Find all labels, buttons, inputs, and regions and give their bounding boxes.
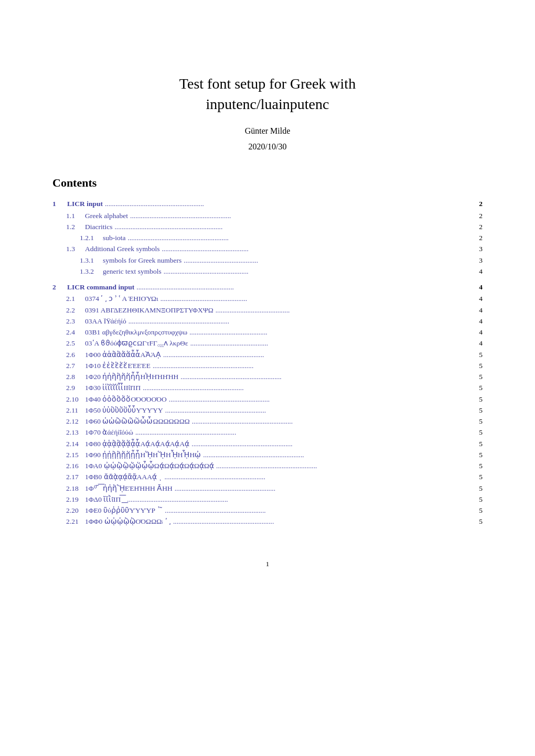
subsubsec1-3-2-label[interactable]: generic text symbols: [103, 266, 162, 277]
subsec1-3-num: 1.3: [66, 244, 85, 254]
title-line1: Test font setup for Greek with: [179, 75, 356, 92]
subsec2-12-num: 2.12: [66, 416, 85, 427]
subsec2-5-label[interactable]: 03ʹΑ ϐϑόύϕϖϱϲΩΓτFΓ꜀꜁꜁ʌ λκρΘε: [85, 338, 188, 349]
subsec2-16-num: 2.16: [66, 461, 85, 471]
subsec1-1-num: 1.1: [66, 211, 85, 221]
subsec1-3-dots: ........................................…: [162, 244, 477, 254]
subsec2-15-num: 2.15: [66, 450, 85, 460]
sec2-dots: ........................................…: [136, 282, 477, 293]
sec1-page: 2: [479, 199, 483, 209]
subsec2-5-dots: ........................................…: [190, 338, 477, 349]
subsec2-14-page: 5: [479, 439, 483, 449]
subsec2-21-dots: ........................................…: [173, 516, 477, 527]
toc-section-2: 2 LICR command input ...................…: [52, 282, 483, 293]
subsec2-20-dots: ........................................…: [165, 505, 477, 516]
subsec2-7-label[interactable]: 1Φ10 ἐἑἒἓἔἕΕΈΕΈΕ: [85, 361, 151, 371]
subsec2-16-page: 5: [479, 461, 483, 471]
subsec2-17-dots: ........................................…: [164, 472, 477, 482]
subsec1-3-page: 3: [479, 244, 483, 254]
subsec2-2-num: 2.2: [66, 305, 85, 316]
subsubsec1-2-1-page: 2: [479, 233, 483, 243]
subsec2-11-page: 5: [479, 405, 483, 416]
subsec1-1-page: 2: [479, 211, 483, 221]
subsec2-9-label[interactable]: 1Φ30 ἰἱἲἳἴἵἶἷΙΙΐΙΊΙΊ: [85, 383, 141, 393]
toc-subsub-1-3-1: 1.3.1 symbols for Greek numbers ........…: [52, 255, 483, 266]
toc-sub-2-2: 2.2 0391 ΑΒΓΔΕΖΗΘΙΚΛΜΝΞΟΠΡΣΤΥΦΧΨΩ ......…: [52, 305, 483, 316]
subsec2-11-label[interactable]: 1Φ50 ὐὑὒὓὔὕὖὗΥΎΥΎΥ: [85, 405, 163, 416]
subsec2-16-label[interactable]: 1ΦΑ0 ᾠᾡᾢᾣᾤᾥᾦᾧΩᾴΩᾴΩᾴΩᾴΩᾴΩᾴ: [85, 461, 214, 471]
contents-heading: Contents: [52, 174, 483, 191]
subsec2-17-num: 2.17: [66, 472, 85, 482]
sec2-label[interactable]: LICR command input: [67, 282, 134, 293]
subsec2-1-label[interactable]: 0374 ʹ ͵ ͻ ʾ ʿ Α ΈΗΙΟΎΩι: [85, 294, 158, 304]
subsec2-3-dots: ........................................…: [129, 316, 477, 327]
subsec2-4-page: 4: [479, 327, 483, 338]
toc-sub-2-8: 2.8 1Φ20 ἠἡἢἣἤἥἦἧΗᾘΗΉΗΉΗ ...............…: [52, 372, 483, 382]
subsec2-20-page: 5: [479, 505, 483, 516]
subsec2-21-num: 2.21: [66, 516, 85, 527]
subsec2-13-num: 2.13: [66, 427, 85, 438]
subsec2-19-label[interactable]: 1ΦΔ0 ῐῑῒΐΙΠ ͞ ͟: [85, 494, 125, 505]
toc-sub-2-7: 2.7 1Φ10 ἐἑἒἓἔἕΕΈΕΈΕ ...................…: [52, 361, 483, 371]
subsec2-4-label[interactable]: 03Β1 αβγδεζηθικλμνξοπρςστυφχψω: [85, 327, 187, 338]
subsec2-18-page: 5: [479, 483, 483, 494]
page-footer: 1: [52, 559, 483, 569]
subsec2-3-label[interactable]: 03ΑΑ ΪΫάέήίό: [85, 316, 126, 327]
toc-sub-2-20: 2.20 1ΦΕ0 ῦύῥῤῦῦΎΎΥΎΡ ᾿ ͂ ..............…: [52, 505, 483, 516]
subsec1-2-num: 1.2: [66, 222, 85, 232]
subsec2-11-num: 2.11: [66, 405, 85, 416]
subsec2-12-label[interactable]: 1Φ60 ὠὡὢὣὤὥὦὧΩΩΩΩΩΩΩ: [85, 416, 190, 427]
subsec1-3-label[interactable]: Additional Greek symbols: [85, 244, 159, 254]
subsec2-8-label[interactable]: 1Φ20 ἠἡἢἣἤἥἦἧΗᾘΗΉΗΉΗ: [85, 372, 178, 382]
subsec2-10-label[interactable]: 1Φ40 ὀὁὂὃὄὅΟΌΟΌΟΌΟ: [85, 394, 167, 405]
subsec2-15-page: 5: [479, 450, 483, 460]
toc-sub-1-1: 1.1 Greek alphabet .....................…: [52, 211, 483, 221]
subsec2-7-num: 2.7: [66, 361, 85, 371]
subsec2-10-num: 2.10: [66, 394, 85, 405]
toc-sub-2-6: 2.6 1Φ00 ἀἁἂἃἄἅἆἇΑᾺΆᾼ ..................…: [52, 350, 483, 360]
subsec2-2-dots: ........................................…: [216, 305, 477, 316]
subsec2-14-dots: ........................................…: [191, 439, 477, 449]
subsec2-13-page: 5: [479, 427, 483, 438]
subsec2-9-num: 2.9: [66, 383, 85, 393]
toc-sub-2-5: 2.5 03ʹΑ ϐϑόύϕϖϱϲΩΓτFΓ꜀꜁꜁ʌ λκρΘε .......…: [52, 338, 483, 349]
sec2-page: 4: [479, 282, 483, 293]
subsec2-20-label[interactable]: 1ΦΕ0 ῦύῥῤῦῦΎΎΥΎΡ ᾿ ͂: [85, 505, 163, 516]
subsec2-5-page: 4: [479, 338, 483, 349]
subsec2-21-label[interactable]: 1ΦΦ0 ὠᾠᾡᾢᾣΟΌΩΩΩᵢ ʹ ͵: [85, 516, 171, 527]
subsubsec1-3-1-dots: ........................................…: [184, 255, 477, 266]
date: 2020/10/30: [52, 141, 483, 153]
toc-sub-2-4: 2.4 03Β1 αβγδεζηθικλμνξοπρςστυφχψω .....…: [52, 327, 483, 338]
subsubsec1-3-1-page: 3: [479, 255, 483, 266]
subsec2-7-page: 5: [479, 361, 483, 371]
subsec2-2-label[interactable]: 0391 ΑΒΓΔΕΖΗΘΙΚΛΜΝΞΟΠΡΣΤΥΦΧΨΩ: [85, 305, 213, 316]
toc-sub-2-21: 2.21 1ΦΦ0 ὠᾠᾡᾢᾣΟΌΩΩΩᵢ ʹ ͵ ..............…: [52, 516, 483, 527]
subsec2-19-dots: ........................................…: [127, 494, 477, 505]
subsec2-13-dots: ........................................…: [135, 427, 477, 438]
subsubsec1-3-2-dots: ........................................…: [164, 266, 477, 277]
sec1-label[interactable]: LICR input: [67, 199, 103, 209]
subsubsec1-3-1-num: 1.3.1: [80, 255, 103, 266]
toc-sub-2-13: 2.13 1Φ70 ὰάέήίΐόύώ ....................…: [52, 427, 483, 438]
subsec2-17-page: 5: [479, 472, 483, 482]
subsec2-6-num: 2.6: [66, 350, 85, 360]
toc-sub-2-16: 2.16 1ΦΑ0 ᾠᾡᾢᾣᾤᾥᾦᾧΩᾴΩᾴΩᾴΩᾴΩᾴΩᾴ .........…: [52, 461, 483, 471]
subsec2-13-label[interactable]: 1Φ70 ὰάέήίΐόύώ: [85, 427, 133, 438]
author: Günter Milde: [52, 125, 483, 137]
subsec1-1-label[interactable]: Greek alphabet: [85, 211, 128, 221]
subsec2-15-label[interactable]: 1Φ90 ᾐᾑᾒᾓᾔᾕᾖᾗΗᾜΗᾝΗᾞΗᾟΗᾠ: [85, 450, 201, 460]
subsec2-5-num: 2.5: [66, 338, 85, 349]
subsec2-18-label[interactable]: 1Φ⁰ ͂ ͞ ἠἡἢᾛΕΈΗΉΗΗ ᾹΗΗ: [85, 483, 173, 494]
toc-sub-1-3: 1.3 Additional Greek symbols ...........…: [52, 244, 483, 254]
subsec2-6-dots: ........................................…: [163, 350, 477, 360]
subsec2-14-label[interactable]: 1Φ80 ᾀᾁᾂᾃᾄᾅᾆᾇΑᾴΑᾴΑᾴΑᾴΑᾴ: [85, 439, 189, 449]
footer-page-num: 1: [266, 560, 270, 568]
subsec2-1-page: 4: [479, 294, 483, 304]
subsec2-17-label[interactable]: 1ΦΒ0 ᾰᾱᾲᾳᾴᾶᾷΑΑΑᾴ ͺ: [85, 472, 162, 482]
subsec2-6-label[interactable]: 1Φ00 ἀἁἂἃἄἅἆἇΑᾺΆᾼ: [85, 350, 161, 360]
subsec1-2-label[interactable]: Diacritics: [85, 222, 112, 232]
toc-sub-1-2: 1.2 Diacritics .........................…: [52, 222, 483, 232]
subsubsec1-2-1-label[interactable]: sub-iota: [103, 233, 126, 243]
subsec2-8-page: 5: [479, 372, 483, 382]
subsubsec1-3-1-label[interactable]: symbols for Greek numbers: [103, 255, 181, 266]
